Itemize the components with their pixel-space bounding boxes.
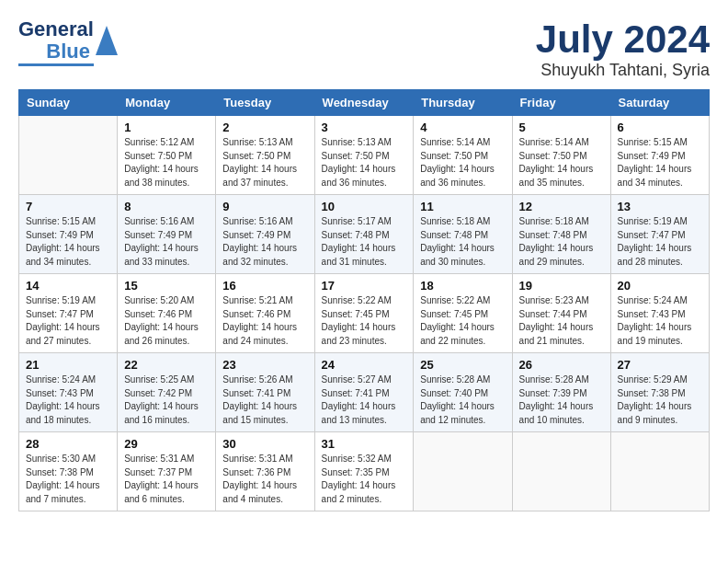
logo-blue: Blue bbox=[46, 40, 90, 63]
day-number: 28 bbox=[26, 437, 110, 451]
header-friday: Friday bbox=[512, 90, 610, 116]
week-row-3: 14Sunrise: 5:19 AM Sunset: 7:47 PM Dayli… bbox=[19, 274, 710, 353]
day-number: 6 bbox=[618, 121, 702, 134]
calendar-cell: 2Sunrise: 5:13 AM Sunset: 7:50 PM Daylig… bbox=[216, 116, 314, 195]
calendar-cell bbox=[414, 432, 512, 511]
day-number: 5 bbox=[519, 121, 604, 134]
svg-marker-0 bbox=[96, 26, 118, 55]
header-thursday: Thursday bbox=[414, 90, 512, 116]
cell-info: Sunrise: 5:14 AM Sunset: 7:50 PM Dayligh… bbox=[519, 136, 604, 190]
cell-info: Sunrise: 5:27 AM Sunset: 7:41 PM Dayligh… bbox=[322, 373, 407, 427]
day-number: 29 bbox=[124, 437, 209, 451]
day-number: 7 bbox=[26, 200, 110, 213]
calendar-cell: 19Sunrise: 5:23 AM Sunset: 7:44 PM Dayli… bbox=[512, 274, 610, 353]
day-number: 24 bbox=[322, 358, 407, 372]
cell-info: Sunrise: 5:17 AM Sunset: 7:48 PM Dayligh… bbox=[322, 215, 407, 269]
day-number: 9 bbox=[222, 200, 307, 213]
day-number: 25 bbox=[420, 358, 505, 372]
day-number: 11 bbox=[420, 200, 505, 213]
day-number: 19 bbox=[519, 279, 604, 293]
day-number: 23 bbox=[222, 358, 307, 372]
cell-info: Sunrise: 5:15 AM Sunset: 7:49 PM Dayligh… bbox=[618, 136, 702, 190]
calendar-cell: 18Sunrise: 5:22 AM Sunset: 7:45 PM Dayli… bbox=[414, 274, 512, 353]
calendar-cell: 17Sunrise: 5:22 AM Sunset: 7:45 PM Dayli… bbox=[314, 274, 414, 353]
day-number: 31 bbox=[322, 437, 407, 451]
calendar-cell: 5Sunrise: 5:14 AM Sunset: 7:50 PM Daylig… bbox=[512, 116, 610, 195]
calendar-cell bbox=[610, 432, 709, 511]
cell-info: Sunrise: 5:30 AM Sunset: 7:38 PM Dayligh… bbox=[26, 453, 110, 506]
calendar-cell: 20Sunrise: 5:24 AM Sunset: 7:43 PM Dayli… bbox=[610, 274, 709, 353]
title-block: July 2024 Shuyukh Tahtani, Syria bbox=[536, 18, 710, 80]
day-number: 15 bbox=[124, 279, 209, 293]
day-number: 2 bbox=[222, 121, 307, 134]
page-header: General Blue July 2024 Shuyukh Tahtani, … bbox=[18, 18, 710, 80]
day-number: 20 bbox=[618, 279, 702, 293]
calendar-table: SundayMondayTuesdayWednesdayThursdayFrid… bbox=[18, 89, 710, 511]
location: Shuyukh Tahtani, Syria bbox=[536, 61, 710, 80]
cell-info: Sunrise: 5:18 AM Sunset: 7:48 PM Dayligh… bbox=[519, 215, 604, 269]
cell-info: Sunrise: 5:22 AM Sunset: 7:45 PM Dayligh… bbox=[322, 294, 407, 348]
day-number: 17 bbox=[322, 279, 407, 293]
header-sunday: Sunday bbox=[19, 90, 118, 116]
cell-info: Sunrise: 5:18 AM Sunset: 7:48 PM Dayligh… bbox=[420, 215, 505, 269]
calendar-cell: 6Sunrise: 5:15 AM Sunset: 7:49 PM Daylig… bbox=[610, 116, 709, 195]
month-title: July 2024 bbox=[536, 18, 710, 61]
header-monday: Monday bbox=[118, 90, 216, 116]
calendar-cell: 28Sunrise: 5:30 AM Sunset: 7:38 PM Dayli… bbox=[19, 432, 118, 511]
cell-info: Sunrise: 5:24 AM Sunset: 7:43 PM Dayligh… bbox=[26, 373, 110, 427]
cell-info: Sunrise: 5:24 AM Sunset: 7:43 PM Dayligh… bbox=[618, 294, 702, 348]
cell-info: Sunrise: 5:19 AM Sunset: 7:47 PM Dayligh… bbox=[618, 215, 702, 269]
logo: General Blue bbox=[18, 18, 118, 66]
calendar-cell bbox=[19, 116, 118, 195]
calendar-cell: 13Sunrise: 5:19 AM Sunset: 7:47 PM Dayli… bbox=[610, 195, 709, 274]
day-number: 18 bbox=[420, 279, 505, 293]
cell-info: Sunrise: 5:20 AM Sunset: 7:46 PM Dayligh… bbox=[124, 294, 209, 348]
day-number: 4 bbox=[420, 121, 505, 134]
calendar-cell: 26Sunrise: 5:28 AM Sunset: 7:39 PM Dayli… bbox=[512, 353, 610, 432]
calendar-cell: 1Sunrise: 5:12 AM Sunset: 7:50 PM Daylig… bbox=[118, 116, 216, 195]
cell-info: Sunrise: 5:28 AM Sunset: 7:39 PM Dayligh… bbox=[519, 373, 604, 427]
day-number: 1 bbox=[124, 121, 209, 134]
calendar-cell: 22Sunrise: 5:25 AM Sunset: 7:42 PM Dayli… bbox=[118, 353, 216, 432]
calendar-cell: 9Sunrise: 5:16 AM Sunset: 7:49 PM Daylig… bbox=[216, 195, 314, 274]
day-number: 14 bbox=[26, 279, 110, 293]
week-row-5: 28Sunrise: 5:30 AM Sunset: 7:38 PM Dayli… bbox=[19, 432, 710, 511]
cell-info: Sunrise: 5:16 AM Sunset: 7:49 PM Dayligh… bbox=[222, 215, 307, 269]
cell-info: Sunrise: 5:19 AM Sunset: 7:47 PM Dayligh… bbox=[26, 294, 110, 348]
day-number: 16 bbox=[222, 279, 307, 293]
cell-info: Sunrise: 5:25 AM Sunset: 7:42 PM Dayligh… bbox=[124, 373, 209, 427]
week-row-2: 7Sunrise: 5:15 AM Sunset: 7:49 PM Daylig… bbox=[19, 195, 710, 274]
week-row-1: 1Sunrise: 5:12 AM Sunset: 7:50 PM Daylig… bbox=[19, 116, 710, 195]
cell-info: Sunrise: 5:13 AM Sunset: 7:50 PM Dayligh… bbox=[322, 136, 407, 190]
calendar-cell: 25Sunrise: 5:28 AM Sunset: 7:40 PM Dayli… bbox=[414, 353, 512, 432]
day-number: 26 bbox=[519, 358, 604, 372]
header-saturday: Saturday bbox=[610, 90, 709, 116]
calendar-cell: 12Sunrise: 5:18 AM Sunset: 7:48 PM Dayli… bbox=[512, 195, 610, 274]
cell-info: Sunrise: 5:22 AM Sunset: 7:45 PM Dayligh… bbox=[420, 294, 505, 348]
calendar-cell bbox=[512, 432, 610, 511]
calendar-cell: 3Sunrise: 5:13 AM Sunset: 7:50 PM Daylig… bbox=[314, 116, 414, 195]
cell-info: Sunrise: 5:13 AM Sunset: 7:50 PM Dayligh… bbox=[222, 136, 307, 190]
cell-info: Sunrise: 5:16 AM Sunset: 7:49 PM Dayligh… bbox=[124, 215, 209, 269]
day-number: 13 bbox=[618, 200, 702, 213]
cell-info: Sunrise: 5:28 AM Sunset: 7:40 PM Dayligh… bbox=[420, 373, 505, 427]
calendar-cell: 11Sunrise: 5:18 AM Sunset: 7:48 PM Dayli… bbox=[414, 195, 512, 274]
day-number: 8 bbox=[124, 200, 209, 213]
calendar-cell: 14Sunrise: 5:19 AM Sunset: 7:47 PM Dayli… bbox=[19, 274, 118, 353]
week-row-4: 21Sunrise: 5:24 AM Sunset: 7:43 PM Dayli… bbox=[19, 353, 710, 432]
cell-info: Sunrise: 5:23 AM Sunset: 7:44 PM Dayligh… bbox=[519, 294, 604, 348]
calendar-cell: 7Sunrise: 5:15 AM Sunset: 7:49 PM Daylig… bbox=[19, 195, 118, 274]
day-number: 22 bbox=[124, 358, 209, 372]
cell-info: Sunrise: 5:21 AM Sunset: 7:46 PM Dayligh… bbox=[222, 294, 307, 348]
logo-general: General bbox=[18, 18, 94, 40]
header-tuesday: Tuesday bbox=[216, 90, 314, 116]
calendar-cell: 29Sunrise: 5:31 AM Sunset: 7:37 PM Dayli… bbox=[118, 432, 216, 511]
header-wednesday: Wednesday bbox=[314, 90, 414, 116]
cell-info: Sunrise: 5:14 AM Sunset: 7:50 PM Dayligh… bbox=[420, 136, 505, 190]
day-number: 21 bbox=[26, 358, 110, 372]
calendar-cell: 10Sunrise: 5:17 AM Sunset: 7:48 PM Dayli… bbox=[314, 195, 414, 274]
day-number: 10 bbox=[322, 200, 407, 213]
cell-info: Sunrise: 5:12 AM Sunset: 7:50 PM Dayligh… bbox=[124, 136, 209, 190]
calendar-cell: 24Sunrise: 5:27 AM Sunset: 7:41 PM Dayli… bbox=[314, 353, 414, 432]
calendar-cell: 15Sunrise: 5:20 AM Sunset: 7:46 PM Dayli… bbox=[118, 274, 216, 353]
